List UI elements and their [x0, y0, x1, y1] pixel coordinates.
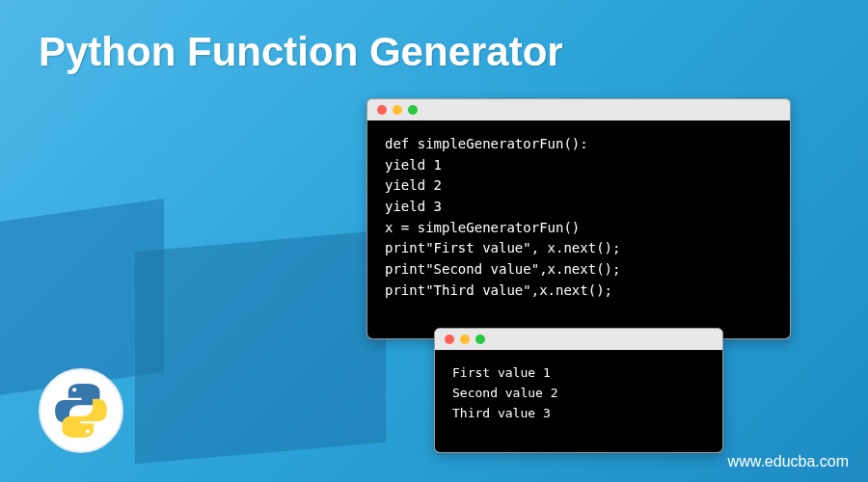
- code-line: yield 3: [385, 199, 442, 214]
- maximize-icon: [408, 105, 418, 115]
- code-line: yield 1: [385, 157, 442, 173]
- code-line: yield 2: [385, 177, 442, 193]
- code-titlebar: [367, 99, 790, 120]
- page-title: Python Function Generator: [39, 29, 563, 75]
- output-line: Third value 3: [452, 406, 551, 420]
- bg-overlay-shape-2: [135, 230, 386, 465]
- close-icon: [445, 335, 454, 344]
- code-line: x = simpleGeneratorFun(): [385, 220, 580, 235]
- python-logo-icon: [53, 383, 109, 439]
- output-line: First value 1: [452, 365, 551, 380]
- code-line: def simpleGeneratorFun():: [385, 136, 588, 151]
- close-icon: [377, 105, 387, 115]
- output-terminal: First value 1 Second value 2 Third value…: [435, 350, 722, 452]
- code-line: print"Second value",x.next();: [385, 261, 620, 277]
- code-line: print"First value", x.next();: [385, 240, 620, 255]
- output-titlebar: [435, 329, 722, 350]
- output-line: Second value 2: [452, 386, 558, 400]
- code-window: def simpleGeneratorFun(): yield 1 yield …: [366, 98, 791, 339]
- code-line: print"Third value",x.next();: [385, 282, 612, 298]
- minimize-icon: [393, 105, 402, 115]
- minimize-icon: [460, 335, 470, 344]
- footer-url: www.educba.com: [728, 453, 849, 470]
- code-terminal: def simpleGeneratorFun(): yield 1 yield …: [367, 120, 790, 338]
- maximize-icon: [475, 335, 485, 344]
- python-logo: [39, 368, 123, 453]
- output-window: First value 1 Second value 2 Third value…: [434, 328, 723, 453]
